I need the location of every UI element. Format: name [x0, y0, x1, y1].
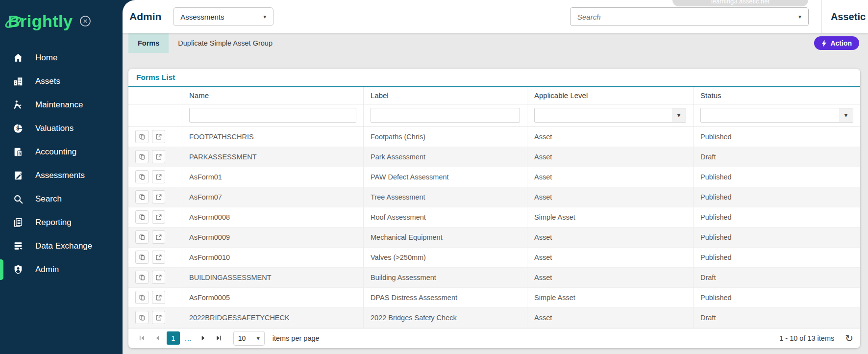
column-header-status[interactable]: Status: [694, 87, 860, 104]
cell-status: Published: [694, 167, 860, 187]
table-row[interactable]: AsForm07 Tree Assessment Asset Published: [128, 187, 860, 207]
data-exchange-icon: [13, 241, 24, 252]
valuations-icon: $: [13, 123, 24, 134]
external-link-icon: [155, 153, 162, 160]
table-row[interactable]: AsForm0010 Valves (>250mm) Asset Publish…: [128, 248, 860, 268]
applicable-level-filter-dropdown[interactable]: ▼: [534, 108, 686, 123]
table-row[interactable]: 2022BRIDGESSAFETYCHECK 2022 Bridges Safe…: [128, 308, 860, 328]
duplicate-form-button[interactable]: [135, 311, 149, 324]
duplicate-form-button[interactable]: [135, 251, 149, 264]
home-icon: [13, 52, 24, 63]
cell-applicable-level: Asset: [527, 308, 694, 328]
sidebar-item-search[interactable]: Search: [0, 187, 123, 211]
duplicate-form-button[interactable]: [135, 170, 149, 183]
open-form-button[interactable]: [152, 230, 165, 244]
assets-icon: [13, 76, 24, 87]
cell-name: AsForm07: [182, 187, 364, 207]
external-link-icon: [155, 133, 162, 140]
sidebar-item-reporting[interactable]: Reporting: [0, 211, 123, 234]
page-size-dropdown[interactable]: 10 ▾: [233, 331, 265, 346]
admin-icon: [13, 264, 24, 275]
sidebar-item-data-exchange[interactable]: Data Exchange: [0, 234, 123, 258]
table-row[interactable]: AsForm0009 Mechanical Equipment Asset Pu…: [128, 228, 860, 248]
copy-icon: [139, 294, 146, 301]
duplicate-form-button[interactable]: [135, 210, 149, 224]
table-row[interactable]: BUILDINGASSESSMENT Building Assessment A…: [128, 268, 860, 288]
tab-duplicate-simple-asset-group[interactable]: Duplicate Simple Asset Group: [169, 33, 282, 53]
search-input[interactable]: [577, 13, 783, 21]
panel-title: Forms List: [136, 73, 175, 82]
cell-status: Published: [694, 127, 860, 147]
copy-icon: [139, 274, 146, 281]
current-page-button[interactable]: 1: [167, 331, 180, 345]
module-dropdown[interactable]: Assessments ▾: [173, 7, 273, 26]
sidebar: Brightly Home Assets Maintenance $ Valua…: [0, 0, 123, 354]
open-form-button[interactable]: [152, 130, 165, 143]
table-row[interactable]: PARKASSESSMENT Park Assessment Asset Dra…: [128, 147, 860, 167]
sidebar-item-home[interactable]: Home: [0, 46, 123, 70]
status-filter-dropdown[interactable]: ▼: [700, 108, 853, 123]
environment-badge: learning3.assetic.net: [672, 0, 808, 6]
last-page-button[interactable]: [213, 332, 225, 345]
table-row[interactable]: AsForm0008 Roof Assessment Simple Asset …: [128, 207, 860, 228]
tab-forms[interactable]: Forms: [128, 33, 169, 53]
name-filter-input[interactable]: [189, 108, 356, 123]
sidebar-item-label: Accounting: [35, 147, 76, 157]
previous-page-button[interactable]: [151, 332, 164, 345]
chevron-down-icon[interactable]: ▾: [798, 13, 801, 20]
duplicate-form-button[interactable]: [135, 230, 149, 244]
cell-name: PARKASSESSMENT: [182, 147, 364, 167]
cell-label: Valves (>250mm): [364, 248, 527, 267]
column-header-applicable-level[interactable]: Applicable Level: [527, 87, 694, 104]
row-actions-cell: [128, 248, 182, 267]
table-row[interactable]: AsForm0005 DPAS Distress Assessment Simp…: [128, 288, 860, 308]
duplicate-form-button[interactable]: [135, 190, 149, 203]
duplicate-form-button[interactable]: [135, 150, 149, 163]
brand-logo-row: Brightly: [0, 0, 123, 32]
sidebar-item-label: Admin: [35, 265, 59, 275]
sidebar-item-assets[interactable]: Assets: [0, 70, 123, 93]
svg-text:$: $: [16, 126, 19, 131]
sidebar-item-label: Search: [35, 194, 62, 204]
refresh-button[interactable]: ↻: [845, 333, 853, 343]
column-header-name[interactable]: Name: [182, 87, 364, 104]
row-actions-cell: [128, 147, 182, 167]
chevron-down-icon[interactable]: ▼: [839, 108, 853, 122]
action-button[interactable]: Action: [814, 36, 859, 50]
next-page-button[interactable]: [197, 332, 210, 345]
sidebar-item-admin[interactable]: Admin: [0, 258, 123, 281]
cell-label: Roof Assessment: [364, 207, 527, 227]
table-row[interactable]: AsForm01 PAW Defect Assessment Asset Pub…: [128, 167, 860, 187]
sidebar-item-assessments[interactable]: Assessments: [0, 164, 123, 187]
open-form-button[interactable]: [152, 190, 165, 203]
table-row[interactable]: FOOTPATHSCHRIS Footpaths (Chris) Asset P…: [128, 127, 860, 147]
sidebar-item-valuations[interactable]: $ Valuations: [0, 117, 123, 140]
duplicate-form-button[interactable]: [135, 271, 149, 284]
global-search-combobox[interactable]: ▾: [570, 7, 809, 26]
sidebar-item-maintenance[interactable]: Maintenance: [0, 93, 123, 117]
label-filter-input[interactable]: [371, 108, 520, 123]
duplicate-form-button[interactable]: [135, 130, 149, 143]
open-form-button[interactable]: [152, 291, 165, 304]
maintenance-icon: [13, 100, 24, 110]
open-form-button[interactable]: [152, 271, 165, 284]
more-pages-button[interactable]: ...: [183, 334, 194, 342]
chevron-down-icon[interactable]: ▼: [672, 108, 686, 122]
chevron-down-icon: ▾: [257, 335, 260, 342]
cell-status: Draft: [694, 268, 860, 287]
open-form-button[interactable]: [152, 311, 165, 324]
sidebar-collapse-button[interactable]: [79, 15, 91, 27]
column-header-label[interactable]: Label: [364, 87, 527, 104]
open-form-button[interactable]: [152, 170, 165, 183]
row-actions-cell: [128, 207, 182, 227]
duplicate-form-button[interactable]: [135, 291, 149, 304]
open-form-button[interactable]: [152, 150, 165, 163]
open-form-button[interactable]: [152, 251, 165, 264]
first-page-button[interactable]: [135, 332, 148, 345]
search-nav-icon: [13, 194, 24, 204]
sidebar-item-label: Reporting: [35, 218, 72, 228]
open-form-button[interactable]: [152, 210, 165, 224]
cell-status: Published: [694, 288, 860, 307]
top-header: Admin Assessments ▾ ▾ Assetic learning3.…: [123, 0, 868, 33]
sidebar-item-accounting[interactable]: Accounting: [0, 140, 123, 164]
